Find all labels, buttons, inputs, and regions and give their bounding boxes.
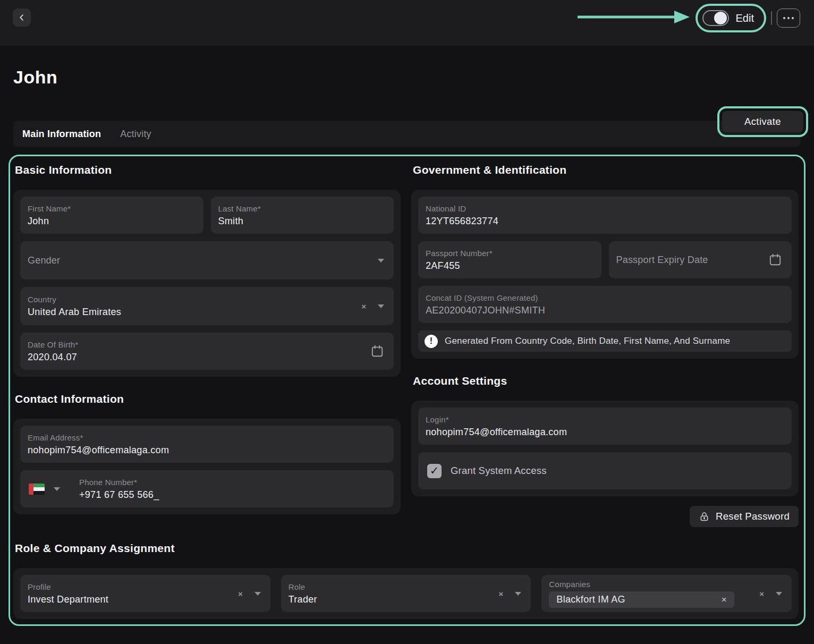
national-id-value: 12YT656823774 <box>426 216 784 227</box>
clear-profile-icon[interactable]: × <box>238 590 243 598</box>
activate-annotation: Activate <box>717 106 808 137</box>
user-profile-content: John Activate Main Information Activity … <box>0 67 814 626</box>
chevron-down-icon[interactable] <box>378 304 384 308</box>
page-title: John <box>13 67 801 88</box>
chevron-down-icon[interactable] <box>255 592 261 596</box>
more-options-button[interactable] <box>777 9 800 28</box>
toggle-knob <box>714 12 727 24</box>
government-identification-group: National ID 12YT656823774 Passport Numbe… <box>411 190 799 359</box>
concat-id-note: ! Generated From Country Code, Birth Dat… <box>418 331 792 352</box>
login-label: Login* <box>426 415 784 424</box>
calendar-icon[interactable] <box>768 253 782 267</box>
government-identification-title: Government & Identification <box>413 164 799 176</box>
edit-toggle-annotation: Edit <box>696 4 766 32</box>
left-column: Basic Information First Name* John Last … <box>13 158 401 527</box>
email-value: nohopim754@officemalaga.com <box>28 445 386 456</box>
login-field[interactable]: Login* nohopim754@officemalaga.com <box>418 408 792 445</box>
date-of-birth-value: 2020.04.07 <box>28 352 370 363</box>
phone-country-selector[interactable] <box>29 484 60 495</box>
edit-toggle-label: Edit <box>736 12 754 24</box>
top-bar: Edit <box>0 0 814 46</box>
ellipsis-icon <box>783 17 785 19</box>
gender-label: Gender <box>28 255 60 266</box>
reset-password-button[interactable]: Reset Password <box>690 506 799 527</box>
passport-expiry-label: Passport Expiry Date <box>616 255 708 265</box>
date-of-birth-field[interactable]: Date Of Birth* 2020.04.07 <box>20 333 394 370</box>
annotation-arrow-icon <box>576 8 691 28</box>
activate-button[interactable]: Activate <box>722 111 803 132</box>
last-name-field[interactable]: Last Name* Smith <box>211 197 394 234</box>
role-value: Trader <box>289 594 499 605</box>
passport-number-label: Passport Number* <box>426 249 594 258</box>
phone-value: +971 67 655 566_ <box>79 489 386 501</box>
passport-expiry-field[interactable]: Passport Expiry Date <box>609 241 792 278</box>
chevron-down-icon[interactable] <box>776 592 782 596</box>
passport-number-field[interactable]: Passport Number* 2AF455 <box>418 241 601 278</box>
checkmark-icon: ✓ <box>430 464 439 477</box>
chevron-down-icon[interactable] <box>54 487 60 491</box>
grant-system-access-row[interactable]: ✓ Grant System Access <box>418 452 792 489</box>
email-label: Email Address* <box>28 433 386 442</box>
contact-information-group: Email Address* nohopim754@officemalaga.c… <box>13 419 401 514</box>
first-name-field[interactable]: First Name* John <box>20 197 204 234</box>
tab-activity[interactable]: Activity <box>120 129 151 140</box>
email-field[interactable]: Email Address* nohopim754@officemalaga.c… <box>20 426 394 463</box>
national-id-field[interactable]: National ID 12YT656823774 <box>418 197 792 234</box>
account-settings-title: Account Settings <box>413 375 799 387</box>
last-name-value: Smith <box>218 216 387 227</box>
grant-access-label: Grant System Access <box>451 465 547 477</box>
role-select[interactable]: Role Trader × <box>281 575 531 612</box>
country-value: United Arab Emirates <box>28 307 361 318</box>
company-chip: Blackfort IM AG × <box>549 591 734 608</box>
phone-field[interactable]: Phone Number* +971 67 655 566_ <box>20 470 394 507</box>
last-name-label: Last Name* <box>218 204 387 213</box>
phone-label: Phone Number* <box>79 478 386 487</box>
tab-main-information[interactable]: Main Information <box>22 129 101 140</box>
account-settings-group: Login* nohopim754@officemalaga.com ✓ Gra… <box>411 401 799 496</box>
contact-information-title: Contact Information <box>15 393 401 405</box>
exclamation-icon: ! <box>425 335 438 348</box>
uae-flag-icon <box>29 484 45 495</box>
company-chip-name: Blackfort IM AG <box>556 594 625 605</box>
profile-label: Profile <box>28 582 238 591</box>
date-of-birth-label: Date Of Birth* <box>28 340 370 349</box>
basic-information-group: First Name* John Last Name* Smith Gender <box>13 190 401 377</box>
country-label: Country <box>28 295 361 304</box>
chevron-left-icon <box>17 13 27 22</box>
companies-select[interactable]: Companies Blackfort IM AG × × <box>541 575 792 612</box>
concat-id-note-text: Generated From Country Code, Birth Date,… <box>445 336 730 346</box>
basic-information-title: Basic Information <box>15 164 401 176</box>
concat-id-field: Concat ID (System Generated) AE20200407J… <box>418 286 792 323</box>
tab-bar: Main Information Activity <box>13 121 801 147</box>
login-value: nohopim754@officemalaga.com <box>426 427 784 438</box>
clear-companies-icon[interactable]: × <box>759 590 764 598</box>
first-name-label: First Name* <box>28 204 196 213</box>
header-divider <box>771 11 772 25</box>
calendar-icon[interactable] <box>370 344 384 358</box>
grant-access-checkbox[interactable]: ✓ <box>427 464 442 478</box>
right-column: Government & Identification National ID … <box>411 158 799 527</box>
chevron-down-icon[interactable] <box>515 592 521 596</box>
main-information-panel: Basic Information First Name* John Last … <box>9 155 805 626</box>
profile-select[interactable]: Profile Invest Department × <box>20 575 270 612</box>
concat-id-value: AE20200407JOHN#SMITH <box>426 305 784 316</box>
role-company-group: Profile Invest Department × Role Trader <box>13 568 799 619</box>
gender-select[interactable]: Gender <box>20 241 394 279</box>
role-company-section: Role & Company Assignment Profile Invest… <box>13 527 799 619</box>
edit-toggle[interactable] <box>702 10 729 26</box>
passport-number-value: 2AF455 <box>426 260 594 272</box>
chevron-down-icon[interactable] <box>378 259 384 262</box>
clear-country-icon[interactable]: × <box>361 302 366 310</box>
back-button[interactable] <box>13 9 31 27</box>
role-company-title: Role & Company Assignment <box>15 542 799 555</box>
reset-password-row: Reset Password <box>411 506 799 527</box>
remove-company-icon[interactable]: × <box>722 595 727 604</box>
reset-password-label: Reset Password <box>716 511 790 522</box>
role-label: Role <box>289 582 499 591</box>
concat-id-label: Concat ID (System Generated) <box>426 293 784 302</box>
country-select[interactable]: Country United Arab Emirates × <box>20 287 394 325</box>
companies-label: Companies <box>549 580 759 589</box>
first-name-value: John <box>28 216 196 227</box>
lock-icon <box>699 511 710 522</box>
clear-role-icon[interactable]: × <box>499 590 504 598</box>
